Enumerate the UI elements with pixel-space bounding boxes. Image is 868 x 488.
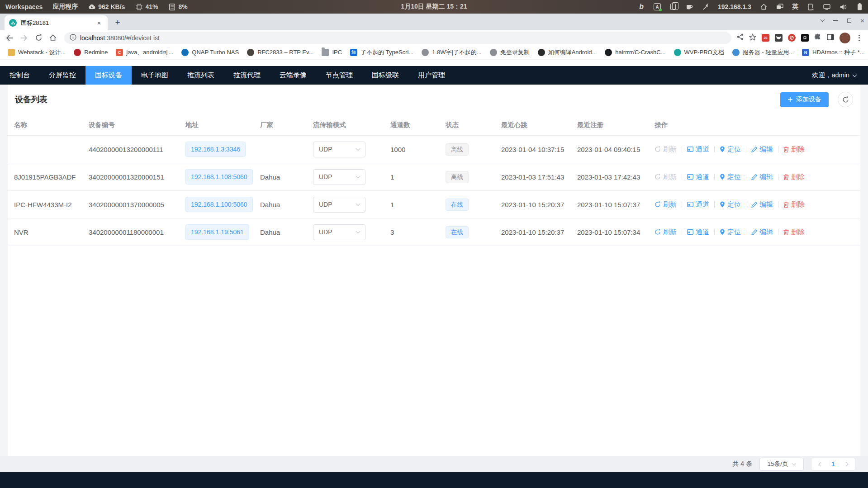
window-close-icon[interactable]: ×: [860, 17, 864, 24]
nav-item-push-list[interactable]: 推流列表: [178, 66, 224, 85]
locate-link[interactable]: 定位: [720, 173, 741, 181]
redmine-favicon-icon: [74, 49, 81, 56]
nav-item-cloud-record[interactable]: 云端录像: [270, 66, 316, 85]
bookmark-item[interactable]: WVP-PRO文档: [671, 47, 727, 58]
channel-link[interactable]: 通道: [687, 173, 709, 181]
bookmark-item[interactable]: hairrrrr/C-CrashC...: [602, 47, 669, 57]
chevron-right-icon: [844, 462, 848, 466]
home-icon[interactable]: [47, 32, 59, 44]
bookmark-item[interactable]: Redmine: [71, 47, 111, 57]
reload-icon[interactable]: [33, 32, 44, 44]
delete-link[interactable]: 删除: [783, 200, 805, 209]
tab-search-icon[interactable]: [821, 18, 825, 22]
bookmark-item[interactable]: 1.8W字|了不起的...: [418, 47, 485, 58]
bookmark-item[interactable]: QNAP Turbo NAS: [178, 47, 242, 57]
locate-link[interactable]: 定位: [720, 200, 741, 209]
back-icon[interactable]: [4, 32, 15, 44]
url-bar[interactable]: localhost:38080/#/deviceList: [64, 32, 731, 44]
nav-item-split-monitor[interactable]: 分屏监控: [39, 66, 85, 85]
volume-tray-icon[interactable]: [839, 3, 847, 11]
bookmark-item[interactable]: Webstack - 设计...: [5, 47, 69, 58]
transport-select[interactable]: UDP: [313, 197, 365, 213]
ext-mask-icon[interactable]: [775, 34, 783, 42]
refresh-list-button[interactable]: [838, 92, 853, 107]
transport-select[interactable]: UDP: [313, 169, 365, 185]
ip-address[interactable]: 192.168.1.3: [718, 3, 751, 10]
refresh-link[interactable]: 刷新: [655, 173, 677, 181]
channel-link[interactable]: 通道: [687, 200, 709, 209]
home-tray-icon[interactable]: [759, 3, 768, 11]
new-tab-button[interactable]: +: [111, 16, 124, 29]
nav-item-e-map[interactable]: 电子地图: [132, 66, 178, 85]
delete-link[interactable]: 删除: [783, 228, 805, 237]
bookmark-item[interactable]: NHDAtmos :: 种子 *...: [799, 47, 868, 58]
clipboard-tray-icon[interactable]: [669, 3, 677, 11]
add-device-button[interactable]: 添加设备: [780, 92, 829, 107]
forward-icon[interactable]: [18, 32, 30, 44]
bookmark-item[interactable]: Cjava、android可...: [113, 47, 176, 58]
transport-select[interactable]: UDP: [313, 224, 365, 240]
transport-select[interactable]: UDP: [313, 142, 365, 157]
next-page-button[interactable]: [840, 458, 852, 470]
nav-item-node-mgmt[interactable]: 节点管理: [316, 66, 362, 85]
nav-item-user-mgmt[interactable]: 用户管理: [408, 66, 455, 85]
bookmark-item[interactable]: RFC2833 – RTP Ev...: [244, 47, 317, 57]
tab-close-icon[interactable]: ×: [95, 19, 103, 27]
address-button[interactable]: 192.168.1.19:5061: [185, 224, 249, 240]
window-restore-icon[interactable]: [847, 19, 851, 23]
delete-link[interactable]: 删除: [783, 173, 805, 181]
translate-tray-icon[interactable]: A: [654, 3, 661, 10]
input-method-indicator[interactable]: 英: [792, 3, 798, 11]
channel-link[interactable]: 通道: [687, 228, 709, 237]
address-button[interactable]: 192.168.1.108:5060: [185, 169, 253, 185]
user-menu[interactable]: 欢迎，admin: [812, 66, 868, 85]
windows-tray-icon[interactable]: [776, 3, 784, 11]
phone-link-tray-icon[interactable]: [806, 3, 815, 11]
nav-item-pull-proxy[interactable]: 拉流代理: [224, 66, 270, 85]
color-picker-tray-icon[interactable]: [702, 3, 710, 11]
bookmark-item[interactable]: 知了不起的 TypeScri...: [347, 47, 417, 58]
bookmark-item[interactable]: 服务器 - 轻量应用...: [729, 47, 797, 58]
display-tray-icon[interactable]: [823, 3, 831, 11]
refresh-link[interactable]: 刷新: [655, 200, 677, 209]
ext-adblock-icon[interactable]: [788, 34, 796, 42]
current-page[interactable]: 1: [827, 460, 840, 468]
edit-link[interactable]: 编辑: [751, 228, 773, 237]
window-minimize-icon[interactable]: [833, 20, 838, 21]
address-button[interactable]: 192.168.1.100:5060: [185, 197, 253, 212]
page-size-select[interactable]: 15条/页: [759, 458, 804, 471]
zhihu-favicon-icon: 知: [350, 49, 357, 56]
prev-page-button[interactable]: [814, 458, 827, 470]
workspaces-button[interactable]: Workspaces: [5, 3, 43, 10]
channel-link[interactable]: 通道: [687, 145, 709, 154]
browser-tab[interactable]: 国标28181 ×: [5, 15, 108, 30]
nav-item-gb-cascade[interactable]: 国标级联: [362, 66, 408, 85]
site-info-icon[interactable]: [70, 34, 76, 42]
bookmark-item[interactable]: IPC: [318, 47, 345, 57]
ext-qr-icon[interactable]: [801, 34, 809, 42]
side-panel-icon[interactable]: [827, 34, 834, 42]
bookmark-item[interactable]: 免登录复制: [487, 47, 533, 58]
bing-tray-icon[interactable]: b: [637, 3, 645, 11]
refresh-link[interactable]: 刷新: [655, 228, 677, 237]
nav-item-gb-devices[interactable]: 国标设备: [85, 66, 132, 85]
bookmark-item[interactable]: 如何编译Android...: [535, 47, 600, 58]
divider: [714, 201, 715, 208]
extensions-puzzle-icon[interactable]: [814, 33, 821, 43]
locate-link[interactable]: 定位: [720, 145, 741, 154]
locate-link[interactable]: 定位: [720, 228, 741, 237]
edit-link[interactable]: 编辑: [751, 145, 773, 154]
edit-link[interactable]: 编辑: [751, 200, 773, 209]
address-button[interactable]: 192.168.1.3:3346: [185, 142, 246, 157]
browser-menu-icon[interactable]: [856, 35, 863, 41]
refresh-link[interactable]: 刷新: [655, 145, 677, 154]
profile-avatar[interactable]: [840, 33, 850, 43]
share-icon[interactable]: [737, 33, 744, 42]
applications-menu[interactable]: 应用程序: [52, 3, 78, 11]
delete-link[interactable]: 删除: [783, 145, 805, 154]
bookmark-star-icon[interactable]: [749, 33, 756, 43]
edit-link[interactable]: 编辑: [751, 173, 773, 181]
coffee-tray-icon[interactable]: [685, 3, 693, 11]
nav-item-console[interactable]: 控制台: [0, 66, 39, 85]
ext-js-blocker-icon[interactable]: JS: [762, 34, 769, 42]
